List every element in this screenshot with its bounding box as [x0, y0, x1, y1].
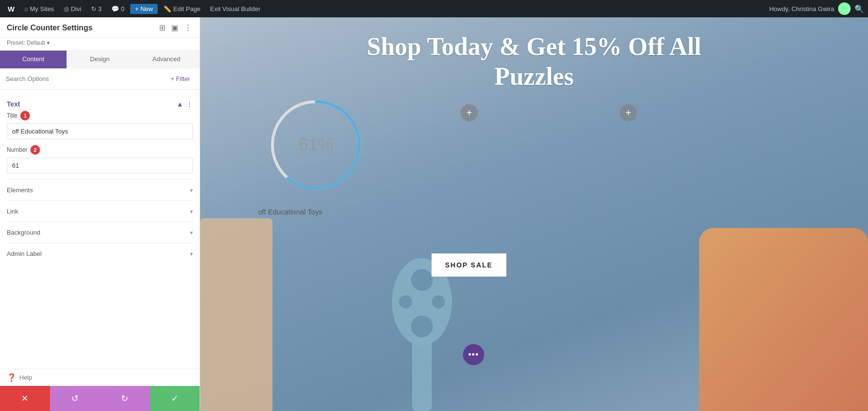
tab-design[interactable]: Design [67, 51, 133, 68]
cancel-button[interactable]: ✕ [0, 386, 50, 411]
number-badge: 2 [30, 145, 40, 155]
number-label-row: Number 2 [7, 145, 193, 155]
layout-icon[interactable]: ▣ [170, 22, 179, 33]
toy-wood-block [200, 218, 272, 411]
admin-bar: W ⌂ My Sites ◎ Divi ↻ 3 💬 0 + New ✏️ Edi… [0, 0, 868, 17]
section-elements-header[interactable]: Elements ▾ [7, 182, 193, 197]
tab-advanced[interactable]: Advanced [133, 51, 200, 68]
comment-bubble-item[interactable]: 💬 0 [108, 3, 128, 14]
section-background: Background ▾ [7, 224, 193, 239]
undo-button[interactable]: ↺ [50, 386, 100, 411]
title-label-row: Title 1 [7, 111, 193, 120]
tab-content[interactable]: Content [0, 51, 67, 68]
svg-point-5 [432, 295, 445, 308]
section-background-header[interactable]: Background ▾ [7, 224, 193, 239]
section-link: Link ▾ [7, 203, 193, 218]
main-area: Circle Counter Settings ⊞ ▣ ⋮ Preset: De… [0, 17, 868, 411]
section-admin-label-header[interactable]: Admin Label ▾ [7, 245, 193, 260]
section-admin-label: Admin Label ▾ [7, 245, 193, 260]
svg-point-4 [399, 295, 412, 308]
svg-point-3 [411, 316, 433, 337]
my-sites-item[interactable]: ⌂ My Sites [20, 3, 58, 14]
number-field-group: Number 2 [7, 145, 193, 173]
panel-header-icons: ⊞ ▣ ⋮ [158, 22, 193, 33]
help-icon: ❓ [7, 373, 16, 382]
redo-button[interactable]: ↻ [100, 386, 150, 411]
divi-item[interactable]: ◎ Divi [60, 3, 85, 14]
circle-counter-percent: 61% [298, 135, 333, 155]
comments-item[interactable]: ↻ 3 [87, 3, 106, 14]
left-panel: Circle Counter Settings ⊞ ▣ ⋮ Preset: De… [0, 17, 200, 411]
background-chevron-icon: ▾ [190, 229, 193, 236]
filter-button[interactable]: + Filter [167, 73, 194, 84]
exit-vb-item[interactable]: Exit Visual Builder [206, 3, 265, 14]
help-bar[interactable]: ❓ Help [0, 369, 200, 386]
shop-sale-button[interactable]: SHOP SALE [432, 253, 506, 277]
svg-point-2 [411, 269, 433, 291]
section-elements-title: Elements [7, 186, 33, 194]
preset-label: Preset: Default [7, 40, 45, 46]
preset-bar: Preset: Default ▾ [0, 38, 200, 51]
panel-content: Text ▲ ⋮ Title 1 [0, 90, 200, 369]
refresh-icon: ↻ [91, 5, 96, 13]
section-elements: Elements ▾ [7, 182, 193, 197]
number-label: Number [7, 146, 27, 153]
wp-logo-item[interactable]: W [4, 3, 18, 15]
elements-chevron-icon: ▾ [190, 187, 193, 194]
comment-icon: 💬 [111, 5, 119, 13]
title-badge: 1 [20, 111, 30, 120]
section-text-title: Text [7, 100, 20, 108]
right-panel: Shop Today & Get 15% Off All Puzzles [200, 17, 868, 411]
panel-footer: ✕ ↺ ↻ ✓ [0, 386, 200, 411]
search-icon[interactable]: 🔍 [854, 4, 864, 13]
admin-label-chevron-icon: ▾ [190, 251, 193, 257]
add-column-button-1[interactable]: + [461, 104, 478, 121]
section-text-controls: ▲ ⋮ [176, 100, 193, 108]
search-input[interactable] [6, 75, 163, 82]
panel-title: Circle Counter Settings [7, 24, 93, 32]
wp-icon: W [8, 5, 14, 13]
title-label: Title [7, 112, 17, 119]
circle-counter-label: off Educational Toys [258, 208, 323, 216]
admin-bar-right: Howdy, Christina Gwira 🔍 [769, 2, 864, 15]
preset-chevron-icon[interactable]: ▾ [47, 40, 50, 46]
dots-icon: ••• [468, 350, 479, 360]
section-menu-icon[interactable]: ⋮ [186, 100, 193, 108]
svg-rect-1 [412, 334, 432, 411]
title-field-group: Title 1 [7, 111, 193, 139]
divi-icon: ◎ [64, 5, 69, 13]
number-input[interactable] [7, 158, 193, 173]
section-text: Text ▲ ⋮ Title 1 [7, 95, 193, 173]
howdy-text: Howdy, Christina Gwira [769, 5, 834, 13]
toy-orange-shape [699, 228, 868, 411]
search-bar: + Filter [0, 68, 200, 90]
section-link-header[interactable]: Link ▾ [7, 203, 193, 218]
edit-icon: ✏️ [163, 5, 171, 13]
link-chevron-icon: ▾ [190, 208, 193, 215]
section-background-title: Background [7, 229, 40, 236]
help-label: Help [19, 374, 32, 381]
more-options-icon[interactable]: ⋮ [183, 22, 193, 33]
section-text-header[interactable]: Text ▲ ⋮ [7, 95, 193, 111]
dots-menu-button[interactable]: ••• [463, 344, 484, 365]
edit-page-item[interactable]: ✏️ Edit Page [160, 3, 204, 14]
new-button[interactable]: + New [130, 4, 158, 14]
sites-icon: ⌂ [24, 5, 28, 13]
preview-heading: Shop Today & Get 15% Off All Puzzles [317, 32, 751, 92]
section-collapse-icon[interactable]: ▲ [176, 100, 183, 108]
title-input[interactable] [7, 123, 193, 139]
responsive-icon[interactable]: ⊞ [158, 22, 166, 33]
panel-tabs: Content Design Advanced [0, 51, 200, 68]
panel-header: Circle Counter Settings ⊞ ▣ ⋮ [0, 17, 200, 38]
add-column-button-2[interactable]: + [620, 104, 637, 121]
section-link-title: Link [7, 208, 18, 215]
save-button[interactable]: ✓ [150, 386, 200, 411]
section-admin-label-title: Admin Label [7, 250, 41, 257]
circle-counter: 61% [263, 92, 369, 198]
avatar [838, 2, 851, 15]
